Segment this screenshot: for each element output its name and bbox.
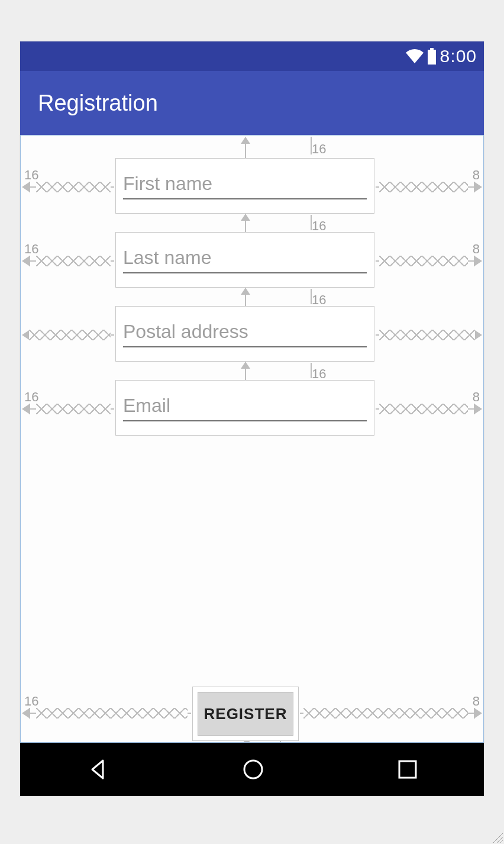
- last-name-field[interactable]: Last name: [115, 232, 374, 288]
- app-title: Registration: [38, 91, 158, 116]
- margin-value: 8: [473, 167, 480, 183]
- constraint-margin-top-first-name: 16: [241, 137, 250, 158]
- register-button-frame: REGISTER: [192, 687, 299, 741]
- navigation-bar: [20, 743, 484, 796]
- battery-icon: [427, 48, 437, 65]
- constraint-tick: [311, 363, 312, 378]
- constraint-spring-right: 8: [300, 708, 482, 719]
- constraint-margin-top-last-name: 16: [241, 214, 250, 232]
- email-placeholder: Email: [123, 395, 367, 421]
- nav-back-icon[interactable]: [86, 758, 109, 781]
- constraint-spring-left: 16: [22, 708, 191, 719]
- margin-value: 16: [24, 241, 38, 257]
- margin-value: 16: [24, 389, 38, 405]
- constraint-spring-right: 8: [376, 404, 482, 414]
- first-name-placeholder: First name: [123, 173, 367, 199]
- margin-value: 16: [24, 167, 38, 183]
- svg-rect-3: [399, 761, 416, 778]
- register-button-label: REGISTER: [204, 705, 287, 723]
- constraint-margin-top-email: 16: [241, 362, 250, 380]
- last-name-placeholder: Last name: [123, 247, 367, 273]
- constraint-tick: [311, 215, 312, 230]
- status-clock: 8:00: [440, 46, 477, 66]
- nav-home-icon[interactable]: [241, 758, 265, 781]
- constraint-spring-left: 16: [22, 182, 114, 192]
- email-field[interactable]: Email: [115, 380, 374, 436]
- svg-point-2: [244, 761, 262, 778]
- postal-address-field[interactable]: Postal address: [115, 306, 374, 362]
- device-frame: 8:00 Registration 16 16 16 16 16: [20, 41, 484, 796]
- constraint-spring-right: [376, 330, 482, 340]
- first-name-field[interactable]: First name: [115, 158, 374, 214]
- constraint-tick: [311, 289, 312, 304]
- margin-value: 8: [473, 389, 480, 405]
- constraint-spring-left: [22, 330, 114, 340]
- margin-value: 8: [473, 241, 480, 257]
- constraint-tick: [311, 137, 312, 154]
- margin-value: 8: [473, 694, 480, 709]
- nav-recent-icon[interactable]: [398, 759, 418, 779]
- constraint-margin-top-postal: 16: [241, 288, 250, 306]
- constraint-spring-right: 8: [376, 256, 482, 266]
- svg-rect-0: [430, 48, 434, 50]
- svg-line-6: [500, 840, 503, 843]
- constraint-spring-left: 16: [22, 256, 114, 266]
- postal-address-placeholder: Postal address: [123, 321, 367, 347]
- constraint-spring-right: 8: [376, 182, 482, 192]
- constraint-spring-left: 16: [22, 404, 114, 414]
- status-bar: 8:00: [20, 41, 484, 71]
- margin-value: 16: [24, 694, 38, 709]
- svg-rect-1: [428, 50, 436, 65]
- constraint-layout-canvas[interactable]: 16 16 16 16 16 8 16: [20, 135, 484, 743]
- resize-handle-icon[interactable]: [492, 832, 503, 843]
- register-button[interactable]: REGISTER: [198, 692, 293, 736]
- margin-value: 16: [312, 141, 326, 157]
- svg-line-5: [497, 837, 503, 843]
- wifi-icon: [406, 49, 424, 63]
- app-bar: Registration: [20, 71, 484, 135]
